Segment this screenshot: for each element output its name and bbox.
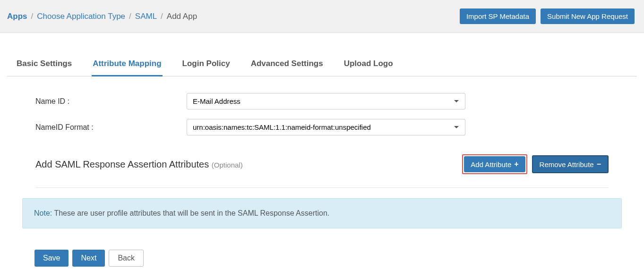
add-attribute-button[interactable]: Add Attribute +	[464, 156, 525, 172]
breadcrumb-sep: /	[129, 12, 131, 21]
next-button[interactable]: Next	[72, 250, 105, 267]
form-row-name-id: Name ID : E-Mail Address	[35, 93, 609, 109]
back-button[interactable]: Back	[109, 250, 144, 267]
note-box: Note: These are user profile attributes …	[22, 198, 622, 228]
bottom-actions: Save Next Back	[34, 250, 609, 267]
nameid-format-select[interactable]: urn:oasis:names:tc:SAML:1.1:nameid-forma…	[187, 119, 465, 135]
top-bar: Apps / Choose Application Type / SAML / …	[0, 0, 644, 33]
breadcrumb: Apps / Choose Application Type / SAML / …	[7, 12, 197, 21]
tab-upload-logo[interactable]: Upload Logo	[343, 54, 394, 76]
import-sp-metadata-button[interactable]: Import SP Metadata	[460, 8, 536, 24]
tab-login-policy[interactable]: Login Policy	[181, 54, 231, 76]
assertion-attributes-section: Add SAML Response Assertion Attributes (…	[35, 145, 609, 188]
note-label: Note:	[34, 209, 52, 217]
name-id-label: Name ID :	[35, 97, 187, 106]
breadcrumb-current: Add App	[167, 12, 197, 21]
tab-advanced-settings[interactable]: Advanced Settings	[250, 54, 324, 76]
note-text: These are user profile attributes that w…	[52, 209, 329, 217]
breadcrumb-sep: /	[31, 12, 34, 21]
tab-basic-settings[interactable]: Basic Settings	[16, 54, 73, 76]
nameid-format-label: NameID Format :	[35, 123, 187, 132]
add-attribute-highlight: Add Attribute +	[462, 154, 527, 174]
remove-attribute-button[interactable]: Remove Attribute −	[532, 155, 609, 173]
save-button[interactable]: Save	[34, 250, 69, 267]
form-row-nameid-format: NameID Format : urn:oasis:names:tc:SAML:…	[35, 119, 609, 135]
breadcrumb-apps[interactable]: Apps	[7, 12, 27, 21]
submit-new-app-request-button[interactable]: Submit New App Request	[541, 8, 635, 24]
plus-icon: +	[514, 160, 518, 168]
optional-label: (Optional)	[212, 161, 243, 169]
breadcrumb-choose-type[interactable]: Choose Application Type	[37, 12, 125, 21]
minus-icon: −	[597, 160, 601, 168]
section-title: Add SAML Response Assertion Attributes (…	[35, 159, 243, 170]
name-id-select[interactable]: E-Mail Address	[187, 93, 465, 109]
breadcrumb-sep: /	[161, 12, 163, 21]
tab-attribute-mapping[interactable]: Attribute Mapping	[92, 54, 162, 76]
top-actions: Import SP Metadata Submit New App Reques…	[460, 8, 635, 24]
breadcrumb-saml[interactable]: SAML	[135, 12, 157, 21]
tabs: Basic Settings Attribute Mapping Login P…	[7, 54, 637, 76]
